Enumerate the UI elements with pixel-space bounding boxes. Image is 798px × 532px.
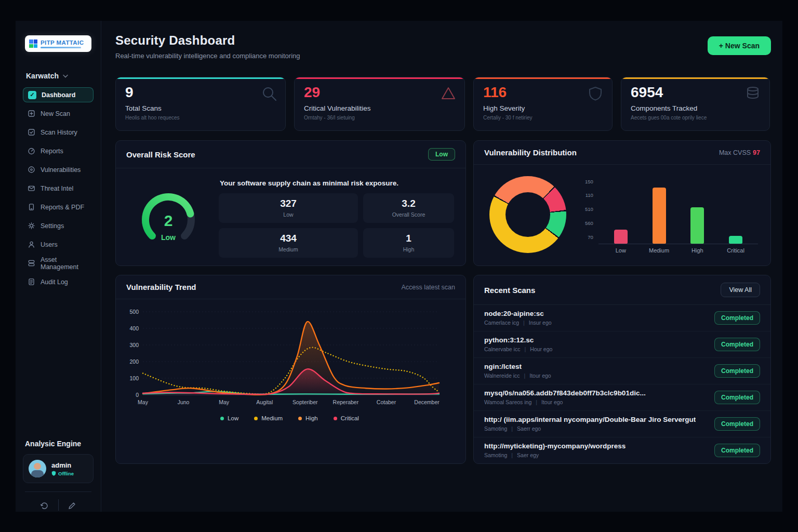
severity-donut-chart (489, 176, 566, 253)
reports-pdf-icon (28, 203, 35, 211)
severity-bar-chart: 15011051056070 LowMediumHighCritical (585, 176, 758, 254)
stat-label: Total Scans (125, 104, 276, 112)
scan-row[interactable]: ngin:/lctestWalnereide icc|Itour egoComp… (474, 358, 770, 384)
sidebar-item-scan-history[interactable]: Scan History (23, 125, 94, 140)
stat-card-components-tracked: 6954Components TrackedAecets gues 00a co… (621, 77, 770, 131)
sidebar-item-settings[interactable]: Settings (23, 218, 94, 233)
sidebar-item-new-scan[interactable]: New Scan (23, 106, 94, 121)
tile-overall-score: 3.2 Overall Score (363, 193, 454, 223)
svg-text:December: December (414, 399, 440, 405)
new-scan-button[interactable]: + New Scan (708, 36, 771, 55)
page-title: Security Dashboard (115, 33, 300, 48)
access-latest-scan-link[interactable]: Access latest scan (401, 284, 455, 291)
workspace-name: Karwatch (26, 72, 59, 80)
avatar (29, 460, 46, 477)
risk-level-badge: Low (428, 148, 455, 161)
svg-text:400: 400 (129, 325, 139, 331)
bar-low (614, 230, 628, 244)
risk-score-panel: Overall Risk Score Low (115, 140, 466, 266)
search-icon (261, 86, 277, 103)
tile-low: 327 Low (219, 193, 358, 223)
scan-list: node:20-aipine:scCamerlace icg|Insur ego… (474, 305, 770, 463)
audit-log-icon (28, 278, 35, 286)
svg-text:Juno: Juno (178, 399, 190, 405)
risk-gauge: 2 Low (129, 188, 207, 249)
trend-panel: Vulnerability Trend Access latest scan 0… (115, 275, 466, 464)
scan-row[interactable]: http://myticketing)-mycompany/wordpressS… (474, 437, 770, 463)
scan-meta: Walnereide icc|Itour ego (484, 373, 551, 379)
scan-row[interactable]: python:3:12.scCalnervabe icc|Hour egoCom… (474, 331, 770, 358)
sidebar-item-label: New Scan (41, 110, 70, 117)
recent-scans-title: Recent Scans (484, 286, 535, 295)
stat-subtext: Aecets gues 00a cote oprily liece (631, 115, 760, 121)
stat-cards: 9Total ScansHeolis alt hoo requeces29Cri… (115, 77, 771, 131)
sidebar-item-label: Audit Log (41, 278, 68, 286)
risk-panel-title: Overall Risk Score (126, 150, 195, 159)
page-subtitle: Real-time vulnerability intelligence and… (115, 52, 300, 60)
sidebar-item-reports[interactable]: Reports (23, 143, 94, 158)
stat-label: Components Tracked (631, 104, 760, 112)
shield-mini-icon (51, 471, 56, 476)
divider (25, 491, 91, 492)
logo: PITP MATTAIC (25, 35, 91, 52)
bar-high (690, 207, 704, 244)
sidebar-item-audit-log[interactable]: Audit Log (23, 274, 94, 289)
bar-critical (729, 236, 742, 244)
sidebar-item-asset-management[interactable]: Asset Management (23, 256, 94, 271)
asset-management-icon (28, 259, 35, 267)
svg-text:300: 300 (129, 342, 139, 348)
max-cvss: Max CVSS97 (719, 149, 760, 156)
stat-value: 9 (125, 84, 276, 101)
svg-text:Augital: Augital (256, 399, 273, 405)
user-status: Offline (51, 471, 74, 476)
stat-subtext: Certaliy - 30 f netiriey (483, 115, 603, 121)
stat-card-high-severity: 116High SeverityCertaliy - 30 f netiriey (473, 77, 613, 131)
risk-message: Your software supply chain as minimal ri… (220, 179, 454, 187)
distribution-panel: Vulnerability Distribution Max CVSS97 15… (473, 140, 771, 266)
bar-medium (653, 188, 666, 244)
sidebar-item-threat-intel[interactable]: Threat Intel (23, 181, 94, 196)
shield-icon (588, 86, 604, 103)
recent-scans-panel: Recent Scans View All node:20-aipine:scC… (473, 275, 771, 464)
sidebar-item-dashboard[interactable]: ✓Dashboard (23, 87, 94, 102)
user-name: admin (51, 461, 74, 469)
page-header: Security Dashboard Real-time vulnerabili… (115, 33, 771, 71)
sidebar-item-users[interactable]: Users (23, 237, 94, 252)
stat-value: 29 (304, 84, 455, 101)
user-card[interactable]: admin Offline (23, 454, 94, 483)
scan-row[interactable]: mysq/0s/na056.addb7f843deb0ff7b3clc9b01d… (474, 384, 770, 411)
sidebar-item-label: Settings (41, 222, 64, 230)
svg-text:Sopteriber: Sopteriber (292, 399, 318, 405)
scan-name: python:3:12.sc (484, 336, 552, 344)
status-badge: Completed (714, 444, 760, 457)
stat-subtext: Orntahy - 36/l sietuing (304, 115, 455, 121)
view-all-button[interactable]: View All (721, 283, 760, 297)
threat-intel-icon (28, 184, 35, 192)
sidebar-item-label: Users (41, 241, 58, 248)
stat-label: High Severity (483, 104, 603, 112)
chevron-down-icon (63, 74, 68, 78)
sidebar-item-label: Reports (41, 148, 63, 155)
sidebar-item-vulnerabilities[interactable]: Vulnerabilities (23, 162, 94, 177)
trend-title: Vulnerability Trend (126, 283, 196, 291)
scan-row[interactable]: http:/ (iim.apps/internal nycompany/Doub… (474, 411, 770, 437)
refresh-icon[interactable] (31, 498, 58, 510)
legend-high: High (298, 415, 318, 421)
logo-tagline (41, 47, 81, 48)
trend-legend: LowMediumHighCritical (121, 411, 458, 427)
legend-critical: Critical (334, 415, 359, 421)
vulnerabilities-icon (28, 166, 35, 174)
legend-medium: Medium (254, 415, 283, 421)
footer-icons (23, 498, 94, 512)
svg-text:Cotaber: Cotaber (377, 399, 396, 405)
edit-icon[interactable] (59, 498, 86, 510)
sidebar-item-label: Reports & PDF (41, 204, 84, 211)
scan-name: node:20-aipine:sc (484, 310, 552, 317)
logo-text: PITP MATTAIC (41, 39, 84, 46)
legend-low: Low (220, 415, 238, 421)
scan-row[interactable]: node:20-aipine:scCamerlace icg|Insur ego… (474, 305, 770, 331)
svg-text:May: May (219, 399, 230, 405)
sidebar-item-reports-pdf[interactable]: Reports & PDF (23, 200, 94, 215)
sidebar: PITP MATTAIC Karwatch ✓DashboardNew Scan… (16, 21, 101, 512)
workspace-selector[interactable]: Karwatch (23, 72, 94, 87)
